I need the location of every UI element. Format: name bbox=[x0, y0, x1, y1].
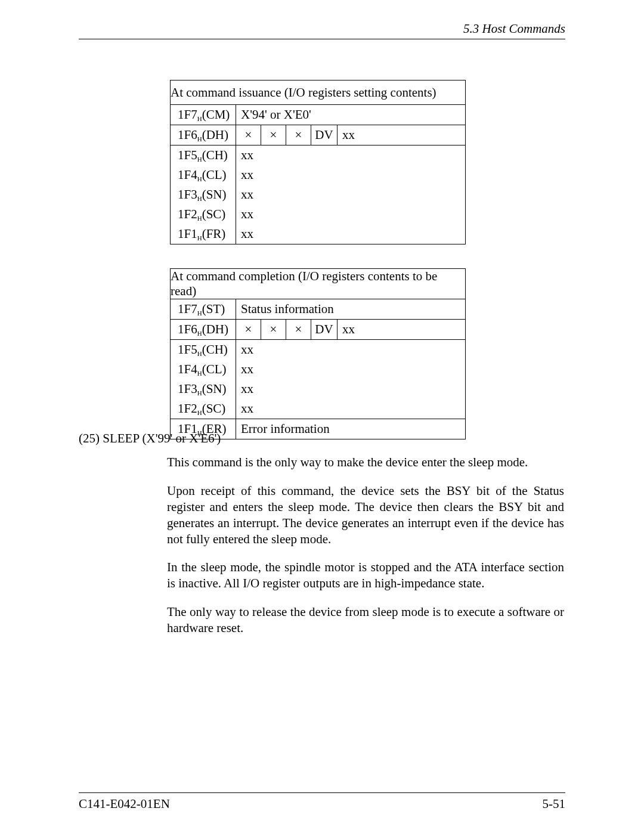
register-table-completion: At command completion (I/O registers con… bbox=[170, 268, 466, 439]
hex-sub: H bbox=[197, 115, 202, 122]
reg-value: xx bbox=[236, 185, 466, 205]
paragraph: Upon receipt of this command, the device… bbox=[167, 483, 564, 547]
reg-addr: 1F1 bbox=[178, 227, 197, 241]
doc-number: C141-E042-01EN bbox=[79, 797, 170, 812]
reg-name: (FR) bbox=[202, 227, 226, 241]
table-row: 1F3H(SN) xx bbox=[171, 185, 466, 205]
reg-name: (CH) bbox=[202, 148, 228, 162]
reg-value: xx bbox=[236, 145, 466, 166]
table-row: 1F1H(FR) xx bbox=[171, 224, 466, 244]
reg-name: (SN) bbox=[202, 382, 227, 396]
reg-name: (CH) bbox=[202, 342, 228, 357]
table-row: 1F2H(SC) xx bbox=[171, 205, 466, 224]
reg-name: (CM) bbox=[202, 107, 230, 122]
table-row: 1F2H(SC) xx bbox=[171, 399, 466, 419]
reg-name: (DH) bbox=[202, 128, 228, 142]
reg-value: xx bbox=[236, 165, 466, 185]
reg-value: xx bbox=[338, 320, 466, 340]
reg-addr: 1F3 bbox=[178, 187, 197, 202]
table-caption: At command issuance (I/O registers setti… bbox=[171, 85, 436, 100]
bit-cell: DV bbox=[311, 320, 338, 340]
bit-cell: × bbox=[286, 125, 311, 145]
reg-value: xx bbox=[236, 399, 466, 419]
tables-area: At command issuance (I/O registers setti… bbox=[170, 80, 466, 439]
hex-sub: H bbox=[197, 409, 202, 416]
footer-rule bbox=[79, 792, 565, 793]
reg-addr: 1F7 bbox=[178, 107, 197, 122]
reg-addr: 1F5 bbox=[178, 148, 197, 162]
reg-value: X'94' or X'E0' bbox=[236, 105, 466, 125]
reg-name: (DH) bbox=[202, 322, 228, 336]
page-number: 5-51 bbox=[543, 797, 566, 812]
paragraph: This command is the only way to make the… bbox=[167, 454, 564, 470]
hex-sub: H bbox=[197, 370, 202, 377]
hex-sub: H bbox=[197, 195, 202, 202]
paragraph: The only way to release the device from … bbox=[167, 604, 564, 636]
page-footer: C141-E042-01EN 5-51 bbox=[79, 792, 565, 812]
hex-sub: H bbox=[197, 215, 202, 222]
reg-value: Status information bbox=[236, 299, 466, 320]
reg-addr: 1F6 bbox=[178, 128, 197, 142]
reg-name: (CL) bbox=[202, 168, 227, 182]
reg-name: (SC) bbox=[202, 401, 226, 416]
paragraph: In the sleep mode, the spindle motor is … bbox=[167, 559, 564, 592]
hex-sub: H bbox=[197, 175, 202, 182]
reg-name: (CL) bbox=[202, 362, 227, 376]
hex-sub: H bbox=[197, 135, 202, 143]
subsection-heading: (25) SLEEP (X'99' or X'E6') bbox=[79, 431, 565, 447]
table-row: 1F5H(CH) xx bbox=[171, 340, 466, 360]
hex-sub: H bbox=[197, 350, 202, 357]
reg-addr: 1F4 bbox=[178, 168, 197, 182]
table-row: 1F4H(CL) xx bbox=[171, 360, 466, 379]
reg-value: xx bbox=[338, 125, 466, 145]
page: 5.3 Host Commands At command issuance (I… bbox=[0, 0, 644, 833]
reg-addr: 1F3 bbox=[178, 382, 197, 396]
bit-cell: × bbox=[236, 125, 261, 145]
reg-addr: 1F7 bbox=[178, 302, 197, 316]
reg-value: xx bbox=[236, 379, 466, 399]
page-header: 5.3 Host Commands bbox=[79, 21, 565, 39]
hex-sub: H bbox=[197, 330, 202, 337]
hex-sub: H bbox=[197, 309, 202, 317]
table-row: 1F7H(CM) X'94' or X'E0' bbox=[171, 105, 466, 125]
bit-cell: × bbox=[286, 320, 311, 340]
reg-name: (SC) bbox=[202, 207, 226, 221]
table-row: 1F6H(DH) × × × DV xx bbox=[171, 125, 466, 145]
reg-addr: 1F2 bbox=[178, 401, 197, 416]
bit-cell: × bbox=[236, 320, 261, 340]
bit-cell: DV bbox=[311, 125, 338, 145]
reg-value: xx bbox=[236, 224, 466, 244]
table-row: 1F4H(CL) xx bbox=[171, 165, 466, 185]
hex-sub: H bbox=[197, 389, 202, 397]
table-caption-row: At command issuance (I/O registers setti… bbox=[171, 80, 466, 105]
table-row: 1F6H(DH) × × × DV xx bbox=[171, 320, 466, 340]
reg-value: xx bbox=[236, 205, 466, 224]
reg-addr: 1F6 bbox=[178, 322, 197, 336]
section-title: 5.3 Host Commands bbox=[79, 21, 565, 39]
reg-addr: 1F2 bbox=[178, 207, 197, 221]
table-row: 1F5H(CH) xx bbox=[171, 145, 466, 166]
table-row: 1F3H(SN) xx bbox=[171, 379, 466, 399]
table-row: 1F7H(ST) Status information bbox=[171, 299, 466, 320]
reg-addr: 1F4 bbox=[178, 362, 197, 376]
bit-cell: × bbox=[261, 125, 286, 145]
reg-name: (ST) bbox=[202, 302, 225, 316]
reg-name: (SN) bbox=[202, 187, 227, 202]
table-caption-row: At command completion (I/O registers con… bbox=[171, 269, 466, 299]
header-rule bbox=[79, 39, 565, 39]
table-caption: At command completion (I/O registers con… bbox=[171, 269, 437, 298]
bit-cell: × bbox=[261, 320, 286, 340]
hex-sub: H bbox=[197, 156, 202, 163]
hex-sub: H bbox=[197, 234, 202, 241]
register-table-issuance: At command issuance (I/O registers setti… bbox=[170, 80, 466, 244]
reg-value: xx bbox=[236, 360, 466, 379]
reg-addr: 1F5 bbox=[178, 342, 197, 357]
reg-value: xx bbox=[236, 340, 466, 360]
